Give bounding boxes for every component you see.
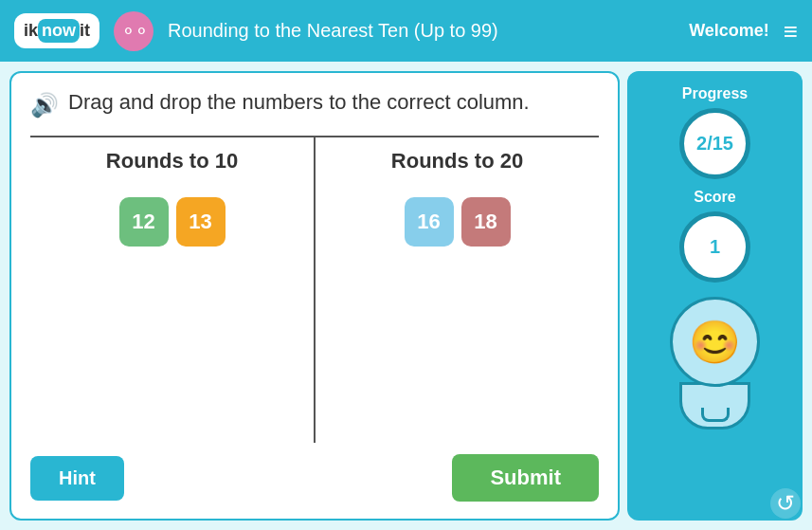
buttons-row: Hint Submit [30,454,599,502]
progress-label: Progress [682,85,748,102]
header-decoration [114,11,153,51]
mascot-base [701,408,730,422]
main-container: 🔊 Drag and drop the numbers to the corre… [0,62,812,530]
instruction-row: 🔊 Drag and drop the numbers to the corre… [30,90,599,119]
left-column-header: Rounds to 10 [42,149,302,183]
logo-now: now [38,19,80,43]
mascot-head: 😊 [670,297,760,387]
left-panel: 🔊 Drag and drop the numbers to the corre… [9,71,620,521]
drop-zone-left[interactable]: Rounds to 10 12 13 [30,137,316,443]
chip-12[interactable]: 12 [119,197,169,247]
progress-section: Progress 2/15 [679,85,750,179]
header: iknowit Rounding to the Nearest Ten (Up … [0,0,812,62]
welcome-text: Welcome! [689,21,769,41]
lesson-title: Rounding to the Nearest Ten (Up to 99) [168,20,675,42]
score-circle: 1 [679,211,750,283]
progress-circle: 2/15 [679,108,750,179]
right-column-items: 16 18 [327,197,587,247]
logo-ik: ik [24,21,38,41]
submit-button[interactable]: Submit [452,454,599,502]
chip-13[interactable]: 13 [176,197,226,247]
speaker-icon[interactable]: 🔊 [30,92,59,119]
nav-arrow[interactable]: ↺ [770,488,801,519]
logo-it: it [80,21,90,41]
chip-18[interactable]: 18 [461,197,511,247]
chip-16[interactable]: 16 [405,197,454,247]
score-label: Score [694,189,735,206]
instruction-text: Drag and drop the numbers to the correct… [68,90,530,115]
mascot-face: 😊 [689,318,741,367]
score-section: Score 1 [679,189,750,283]
mascot: 😊 [670,297,760,429]
score-value: 1 [710,236,720,258]
drop-zone-right[interactable]: Rounds to 20 16 18 [316,137,599,443]
progress-value: 2/15 [696,133,733,155]
logo[interactable]: iknowit [14,13,99,48]
hint-button[interactable]: Hint [30,456,124,501]
right-panel: Progress 2/15 Score 1 😊 ↺ [627,71,803,521]
mascot-body [679,382,750,429]
right-column-header: Rounds to 20 [327,149,587,183]
menu-icon[interactable]: ≡ [784,19,798,44]
drop-zone-container: Rounds to 10 12 13 Rounds to 20 16 18 [30,136,599,443]
left-column-items: 12 13 [42,197,302,247]
